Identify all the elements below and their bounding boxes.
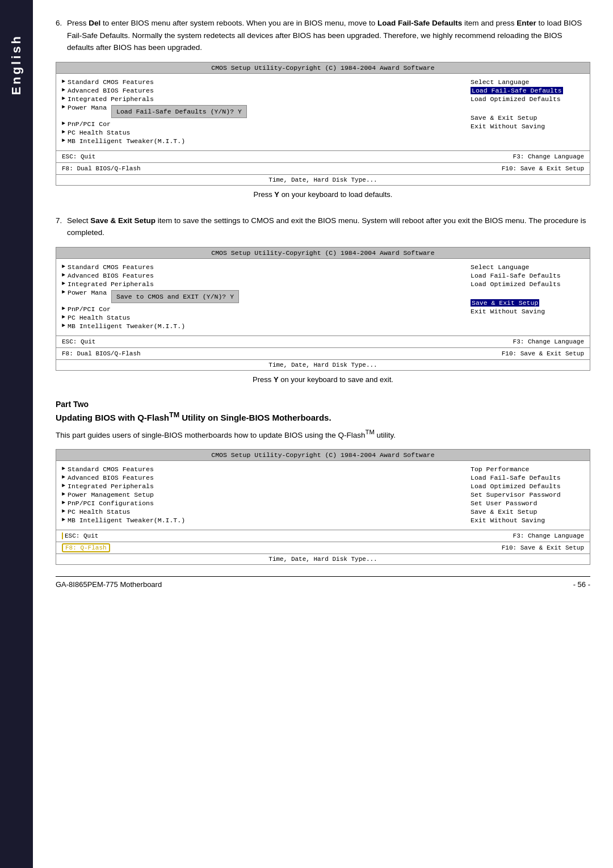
bios3-item-6: PC Health Status [68, 508, 130, 515]
bios1-item-5: PnP/PCI Cor [68, 120, 111, 128]
step-6-number: 6. [56, 17, 62, 30]
bios-screenshot-1: CMOS Setup Utility-Copyright (C) 1984-20… [56, 62, 590, 186]
bios2-esc: ESC: Quit [62, 338, 95, 345]
sidebar: English [0, 0, 33, 868]
sidebar-label: English [9, 34, 24, 95]
bios1-right-5: Exit Without Saving [471, 123, 584, 130]
bios3-right-4: Set Supervisor Password [471, 491, 584, 498]
bios2-row-6: ► PC Health Status [62, 314, 465, 321]
bios3-row-6: ► PC Health Status [62, 508, 465, 515]
part-two-desc: This part guides users of single-BIOS mo… [56, 427, 590, 441]
bios1-row-3: ► Integrated Peripherals [62, 95, 465, 103]
bios1-item-1: Standard CMOS Features [68, 78, 154, 86]
bios1-row-4: ► Power Mana Load Fail-Safe Defaults (Y/… [62, 104, 465, 119]
bios1-left: ► Standard CMOS Features ► Advanced BIOS… [62, 78, 465, 146]
bios2-right-2: Load Fail-Safe Defaults [471, 272, 584, 279]
bios2-footer-1: ESC: Quit F3: Change Language [56, 336, 590, 347]
bios2-f8: F8: Dual BIOS/Q-Flash [62, 350, 141, 357]
bios3-item-2: Advanced BIOS Features [68, 474, 154, 481]
arrow-icon-5: ► [62, 120, 65, 127]
arrow3-icon-5: ► [62, 500, 65, 506]
bios3-body: ► Standard CMOS Features ► Advanced BIOS… [56, 461, 590, 530]
arrow-icon-7: ► [62, 137, 65, 144]
bios3-f10: F10: Save & Exit Setup [502, 544, 584, 551]
bios2-item-7: MB Intelligent Tweaker(M.I.T.) [68, 322, 185, 330]
bios2-item-5: PnP/PCI Cor [68, 305, 111, 313]
arrow-icon-4: ► [62, 104, 65, 110]
step-7-number: 7. [56, 215, 62, 227]
bios1-row-6: ► PC Health Status [62, 129, 465, 136]
bios3-right-2: Load Fail-Safe Defaults [471, 474, 584, 481]
arrow3-icon-1: ► [62, 466, 65, 472]
step-7-block: 7. Select Save & Exit Setup item to save… [56, 215, 590, 384]
bios3-footer-bottom: Time, Date, Hard Disk Type... [56, 553, 590, 564]
part-two-title: Updating BIOS with Q-FlashTM Utility on … [56, 413, 331, 422]
bios1-row-5: ► PnP/PCI Cor [62, 120, 465, 128]
bios3-esc: ESC: Quit [62, 532, 98, 539]
bios1-title: CMOS Setup Utility-Copyright (C) 1984-20… [56, 62, 590, 74]
bios1-esc: ESC: Quit [62, 153, 95, 160]
bios3-row-5: ► PnP/PCI Configurations [62, 500, 465, 507]
bios1-right-3: Load Optimized Defaults [471, 95, 584, 103]
bios3-title: CMOS Setup Utility-Copyright (C) 1984-20… [56, 450, 590, 461]
bios2-right: Select Language Load Fail-Safe Defaults … [471, 263, 584, 331]
bios3-row-4: ► Power Management Setup [62, 491, 465, 498]
bios2-f10: F10: Save & Exit Setup [502, 350, 584, 357]
bios3-row-2: ► Advanced BIOS Features [62, 474, 465, 481]
bios1-footer-2: F8: Dual BIOS/Q-Flash F10: Save & Exit S… [56, 162, 590, 174]
bios3-item-1: Standard CMOS Features [68, 466, 154, 473]
arrow2-icon-7: ► [62, 322, 65, 329]
arrow2-icon-4: ► [62, 289, 65, 295]
bios1-item-4: Power Mana [68, 104, 107, 111]
part-two-label: Part Two [56, 400, 590, 409]
arrow2-icon-6: ► [62, 314, 65, 320]
caption-1: Press Y on your keyboard to load default… [56, 190, 590, 199]
bios2-row-1: ► Standard CMOS Features [62, 263, 465, 271]
footer-center: - 56 - [573, 580, 590, 589]
bios3-right-1: Top Performance [471, 466, 584, 473]
bios3-right-7: Exit Without Saving [471, 517, 584, 524]
bios2-footer-2: F8: Dual BIOS/Q-Flash F10: Save & Exit S… [56, 347, 590, 359]
bios3-row-3: ► Integrated Peripherals [62, 483, 465, 490]
bios3-f8: F8: Q-Flash [62, 544, 110, 551]
arrow3-icon-3: ► [62, 483, 65, 489]
bios2-item-4: Power Mana [68, 289, 107, 296]
bios2-left: ► Standard CMOS Features ► Advanced BIOS… [62, 263, 465, 331]
arrow-icon-2: ► [62, 87, 65, 93]
bios1-f8: F8: Dual BIOS/Q-Flash [62, 165, 141, 172]
bios-screenshot-2: CMOS Setup Utility-Copyright (C) 1984-20… [56, 247, 590, 371]
bios2-row-5: ► PnP/PCI Cor [62, 305, 465, 313]
bios2-row-2: ► Advanced BIOS Features [62, 272, 465, 279]
bios2-item-1: Standard CMOS Features [68, 263, 154, 271]
arrow3-icon-6: ► [62, 508, 65, 514]
bios1-f10: F10: Save & Exit Setup [502, 165, 584, 172]
bios3-f3: F3: Change Language [513, 532, 584, 539]
bios3-item-7: MB Intelligent Tweaker(M.I.T.) [68, 517, 185, 524]
bios2-row-3: ► Integrated Peripherals [62, 280, 465, 288]
bios2-popup: Save to CMOS and EXIT (Y/N)? Y [111, 290, 239, 303]
arrow2-icon-2: ► [62, 272, 65, 278]
bios2-footer-bottom: Time, Date, Hard Disk Type... [56, 359, 590, 370]
bios3-right-3: Load Optimized Defaults [471, 483, 584, 490]
bios1-item-2: Advanced BIOS Features [68, 87, 154, 94]
step-7-text: 7. Select Save & Exit Setup item to save… [67, 215, 590, 239]
bios3-right: Top Performance Load Fail-Safe Defaults … [471, 466, 584, 525]
bios1-footer-bottom: Time, Date, Hard Disk Type... [56, 174, 590, 185]
bios1-body: ► Standard CMOS Features ► Advanced BIOS… [56, 74, 590, 150]
bios3-item-3: Integrated Peripherals [68, 483, 154, 490]
bios3-row-7: ► MB Intelligent Tweaker(M.I.T.) [62, 517, 465, 524]
caption-2: Press Y on your keyboard to save and exi… [56, 375, 590, 384]
bios2-item-6: PC Health Status [68, 314, 130, 321]
bios2-f3: F3: Change Language [513, 338, 584, 345]
arrow3-icon-2: ► [62, 474, 65, 480]
bios1-popup-1: Load Fail-Safe Defaults (Y/N)? Y [111, 105, 247, 118]
bios3-item-5: PnP/PCI Configurations [68, 500, 154, 507]
bios3-footer-2: F8: Q-Flash F10: Save & Exit Setup [56, 542, 590, 553]
bios3-right-5: Set User Password [471, 500, 584, 507]
bios1-right-1: Select Language [471, 78, 584, 86]
step-6-text: 6. Press Del to enter BIOS menu after sy… [67, 17, 590, 54]
bios2-item-2: Advanced BIOS Features [68, 272, 154, 279]
bios2-right-3: Load Optimized Defaults [471, 280, 584, 288]
bios1-right-2: Load Fail-Safe Defaults [471, 87, 584, 94]
bios1-item-7: MB Intelligent Tweaker(M.I.T.) [68, 137, 185, 145]
